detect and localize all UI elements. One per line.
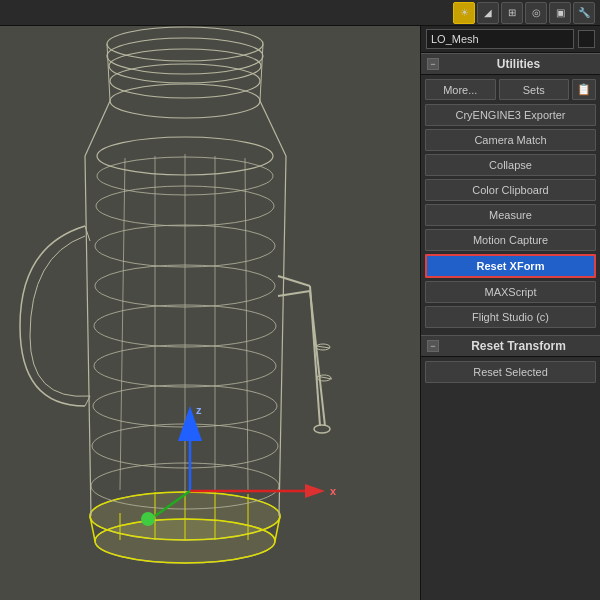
color-swatch[interactable] [578,30,595,48]
reset-transform-section-title: Reset Transform [443,339,594,353]
color-clipboard-button[interactable]: Color Clipboard [425,179,596,201]
sets-button[interactable]: Sets [499,79,570,100]
circle-icon[interactable]: ◎ [525,2,547,24]
content-area: z x − Utilities [0,26,600,600]
object-name-input[interactable] [426,29,574,49]
svg-point-56 [141,512,155,526]
reset-transform-collapse-btn[interactable]: − [427,340,439,352]
model-svg: z x [0,26,420,600]
viewport[interactable]: z x [0,26,420,600]
camera-match-button[interactable]: Camera Match [425,129,596,151]
corner-icon[interactable]: ◢ [477,2,499,24]
motion-capture-button[interactable]: Motion Capture [425,229,596,251]
right-panel: − Utilities More... Sets 📋 CryENGINE3 Ex… [420,26,600,600]
grid-icon[interactable]: ⊞ [501,2,523,24]
more-sets-row: More... Sets 📋 [425,79,596,100]
maxscript-button[interactable]: MAXScript [425,281,596,303]
reset-selected-button[interactable]: Reset Selected [425,361,596,383]
flight-studio-button[interactable]: Flight Studio (c) [425,306,596,328]
collapse-button[interactable]: Collapse [425,154,596,176]
reset-transform-section-header[interactable]: − Reset Transform [421,335,600,357]
wrench-icon[interactable]: 🔧 [573,2,595,24]
cryengine-exporter-button[interactable]: CryENGINE3 Exporter [425,104,596,126]
svg-text:x: x [330,485,337,497]
object-name-bar [421,26,600,53]
main-container: ☀ ◢ ⊞ ◎ ▣ 🔧 [0,0,600,600]
utilities-section-header[interactable]: − Utilities [421,53,600,75]
utilities-section-title: Utilities [443,57,594,71]
utilities-collapse-btn[interactable]: − [427,58,439,70]
reset-section: Reset Selected [421,357,600,390]
top-toolbar: ☀ ◢ ⊞ ◎ ▣ 🔧 [0,0,600,26]
svg-text:z: z [196,404,202,416]
icon-button[interactable]: 📋 [572,79,596,100]
measure-button[interactable]: Measure [425,204,596,226]
reset-xform-button[interactable]: Reset XForm [425,254,596,278]
square-icon[interactable]: ▣ [549,2,571,24]
more-button[interactable]: More... [425,79,496,100]
sun-icon[interactable]: ☀ [453,2,475,24]
utilities-content: More... Sets 📋 CryENGINE3 Exporter Camer… [421,75,600,335]
